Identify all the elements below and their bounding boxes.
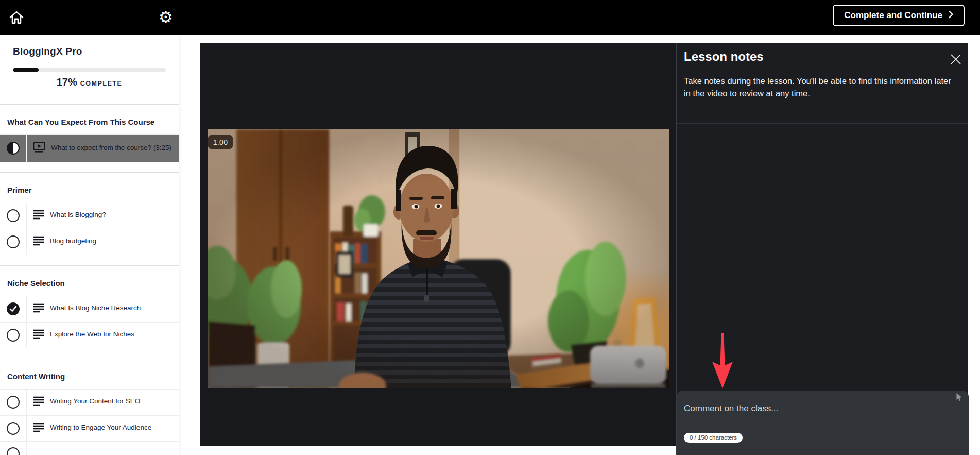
lesson-item-what-is-blogging[interactable]: What is Blogging? (0, 203, 179, 229)
character-counter-badge: 0 / 150 characters (684, 433, 743, 443)
chevron-right-icon (949, 10, 953, 21)
check-circle-icon (7, 302, 20, 315)
empty-circle-icon (7, 235, 20, 248)
lesson-status (0, 296, 27, 322)
panel-description: Take notes during the lesson. You'll be … (684, 75, 959, 99)
text-lines-icon (33, 236, 44, 249)
lesson-status (0, 323, 27, 348)
text-lines-icon (33, 303, 44, 316)
lesson-body (27, 442, 179, 455)
section-primer: Primer What is Blogging? (0, 172, 179, 265)
complete-and-continue-button[interactable]: Complete and Continue (833, 5, 965, 26)
lesson-status (0, 416, 27, 442)
empty-circle-icon (7, 422, 20, 435)
empty-circle-icon (7, 396, 20, 409)
playback-rate-badge: 1.00 (208, 135, 233, 149)
lesson-item-explore-web-niches[interactable]: Explore the Web for Niches (0, 322, 179, 348)
panel-divider (677, 123, 968, 124)
video-screen-icon (33, 142, 45, 156)
lesson-body: Writing to Engage Your Audience (27, 416, 179, 442)
text-lines-icon (33, 329, 44, 343)
empty-circle-icon (7, 209, 20, 222)
lesson-item-blog-niche-research[interactable]: What Is Blog Niche Research (0, 296, 179, 322)
section-title: What Can You Expect From This Course (0, 105, 179, 134)
lesson-body: Writing Your Content for SEO (27, 390, 179, 415)
lesson-status (0, 229, 27, 255)
video-stage: 1.00 (200, 43, 676, 446)
complete-button-label: Complete and Continue (844, 10, 942, 21)
lesson-label: Explore the Web for Niches (50, 330, 134, 338)
lesson-body: What to expect from the course? (3:25) (27, 135, 179, 162)
mouse-pointer-icon (956, 393, 962, 403)
panel-title: Lesson notes (677, 43, 968, 64)
course-header: BloggingX Pro 17%COMPLETE (0, 35, 179, 105)
section-what-can-you-expect: What Can You Expect From This Course Wha… (0, 105, 179, 172)
section-title: Content Writing (0, 359, 179, 389)
top-bar: ⚙ Complete and Continue (0, 0, 980, 35)
lesson-label: Writing Your Content for SEO (50, 397, 140, 405)
section-niche-selection: Niche Selection What Is (0, 265, 179, 359)
lesson-notes-panel: Lesson notes Take notes during the lesso… (676, 43, 968, 455)
empty-circle-icon (7, 329, 20, 342)
lesson-label: Writing to Engage Your Audience (50, 424, 151, 431)
lesson-item-engage-audience[interactable]: Writing to Engage Your Audience (0, 415, 179, 442)
empty-circle-icon (7, 447, 20, 455)
text-lines-icon (33, 396, 44, 410)
course-title: BloggingX Pro (13, 46, 166, 57)
lesson-label: What is Blogging? (50, 211, 106, 218)
text-lines-icon (33, 423, 44, 436)
progress-percent: 17% (57, 76, 77, 88)
lesson-status (0, 442, 27, 455)
home-icon[interactable] (8, 9, 25, 26)
red-arrow-down-icon (711, 333, 734, 391)
lesson-item-what-to-expect[interactable]: What to expect from the course? (3:25) (0, 134, 179, 162)
half-filled-circle-icon (7, 142, 20, 155)
lesson-item-partial[interactable] (0, 441, 179, 455)
lesson-label: What to expect from the course? (3:25) (51, 144, 171, 151)
lesson-label: Blog budgeting (50, 237, 96, 245)
progress-fill (13, 68, 39, 72)
lesson-body: Blog budgeting (27, 229, 179, 255)
section-title: Primer (0, 173, 179, 203)
section-content-writing: Content Writing Writing Your Content for… (0, 359, 179, 455)
lesson-status (0, 390, 27, 415)
lesson-item-writing-for-seo[interactable]: Writing Your Content for SEO (0, 389, 179, 415)
lesson-body: What is Blogging? (27, 203, 179, 229)
video-player[interactable]: 1.00 (208, 129, 669, 388)
curriculum-sidebar: BloggingX Pro 17%COMPLETE What Can You E… (0, 35, 179, 455)
lesson-body: Explore the Web for Niches (27, 323, 179, 348)
lesson-status (0, 135, 27, 162)
close-icon[interactable] (950, 53, 962, 65)
gear-icon[interactable]: ⚙ (157, 7, 175, 27)
lesson-item-blog-budgeting[interactable]: Blog budgeting (0, 229, 179, 255)
lesson-status (0, 203, 27, 229)
course-player-app: ⚙ Complete and Continue BloggingX Pro 17… (0, 0, 980, 455)
lesson-label: What Is Blog Niche Research (50, 304, 141, 312)
text-lines-icon (33, 210, 44, 223)
comment-input[interactable] (677, 391, 969, 430)
comment-box: 0 / 150 characters (677, 391, 969, 455)
progress-caption: COMPLETE (80, 80, 122, 87)
lesson-body: What Is Blog Niche Research (27, 296, 179, 322)
progress-bar (13, 68, 166, 72)
section-title: Niche Selection (0, 266, 179, 296)
progress-text: 17%COMPLETE (13, 76, 166, 88)
